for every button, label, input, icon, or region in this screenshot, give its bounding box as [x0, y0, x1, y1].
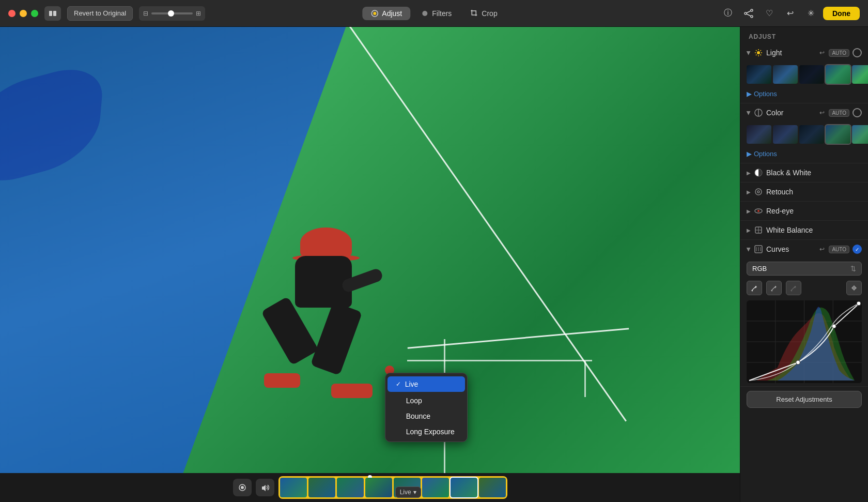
light-section-header[interactable]: ▶ Light ↩: [740, 43, 868, 62]
red-eye-section[interactable]: ▶ Red-eye: [740, 202, 868, 221]
chevron-right-small-icon: ▶: [747, 150, 752, 158]
curves-channel-select[interactable]: RGB ⇅: [747, 262, 862, 276]
minimize-button[interactable]: [20, 10, 27, 17]
svg-point-11: [241, 486, 244, 489]
share-button[interactable]: [740, 6, 757, 21]
light-auto-badge[interactable]: AUTO: [829, 49, 849, 57]
color-section: ▶ Color ↩ AUTO: [740, 103, 868, 163]
light-options-row: ▶ Options: [740, 87, 868, 103]
more-tools-button[interactable]: ✳: [802, 6, 819, 21]
done-button[interactable]: Done: [823, 7, 860, 20]
color-icon: [754, 108, 763, 117]
film-thumb-7[interactable]: [451, 478, 477, 497]
zoom-slider-container: ⊟ ⊞: [139, 6, 205, 21]
svg-rect-1: [53, 11, 56, 16]
retouch-chevron: ▶: [747, 189, 751, 195]
color-reset-button[interactable]: ↩: [818, 108, 826, 117]
eyedropper-mid-button[interactable]: [766, 281, 782, 295]
light-section: ▶ Light ↩: [740, 43, 868, 103]
svg-point-24: [755, 189, 762, 195]
color-thumb-5[interactable]: [852, 125, 868, 144]
color-chevron: ▶: [746, 111, 752, 115]
curves-graph[interactable]: [747, 300, 862, 383]
light-thumb-3[interactable]: [799, 65, 824, 84]
tab-crop[interactable]: Crop: [462, 7, 505, 20]
light-options-button[interactable]: ▶ Options: [747, 89, 777, 99]
light-chevron: ▶: [746, 51, 752, 55]
color-section-header[interactable]: ▶ Color ↩ AUTO: [740, 103, 868, 122]
zoom-in-icon: ⊞: [196, 10, 201, 17]
light-thumb-2[interactable]: [773, 65, 798, 84]
curves-reset-button[interactable]: ↩: [818, 245, 826, 254]
favorite-button[interactable]: ♡: [761, 6, 778, 21]
retouch-section[interactable]: ▶ Retouch: [740, 182, 868, 202]
revert-to-original-button[interactable]: Revert to Original: [67, 6, 133, 21]
redeye-chevron: ▶: [747, 208, 751, 214]
color-thumb-3[interactable]: [799, 125, 824, 144]
dropdown-item-live[interactable]: ✓ Live: [388, 376, 465, 392]
shoe-right: [331, 384, 373, 398]
dropdown-item-bounce[interactable]: Bounce: [385, 408, 467, 424]
photo-canvas[interactable]: ✓ Live Loop Bounce Long Exposure: [0, 27, 740, 473]
tab-adjust[interactable]: Adjust: [362, 7, 410, 20]
dropdown-item-long-exposure[interactable]: Long Exposure: [385, 424, 467, 439]
light-thumb-5[interactable]: [852, 65, 868, 84]
svg-point-12: [757, 51, 760, 54]
retouch-section-title: Retouch: [766, 188, 862, 196]
bottom-bar: Live ▾: [0, 473, 740, 502]
curves-section-actions: ↩ AUTO ✓: [818, 245, 862, 254]
color-options-button[interactable]: ▶ Options: [747, 149, 777, 159]
film-thumb-2[interactable]: [308, 478, 335, 497]
maximize-button[interactable]: [31, 10, 38, 17]
film-thumb-4[interactable]: [365, 478, 392, 497]
svg-line-8: [747, 11, 751, 13]
color-thumb-2[interactable]: [773, 125, 798, 144]
black-white-section[interactable]: ▶ Black & White: [740, 163, 868, 182]
curves-toggle[interactable]: ✓: [853, 245, 862, 254]
film-thumb-1[interactable]: [280, 478, 307, 497]
window-mode-icon[interactable]: [44, 6, 61, 21]
zoom-track[interactable]: [151, 12, 193, 14]
light-reset-button[interactable]: ↩: [818, 48, 826, 57]
light-toggle[interactable]: [853, 48, 862, 57]
adjust-header: ADJUST: [740, 27, 868, 43]
close-button[interactable]: [8, 10, 16, 17]
film-thumb-8[interactable]: [479, 478, 506, 497]
curves-tools: [740, 279, 868, 297]
info-button[interactable]: ⓘ: [720, 6, 736, 21]
color-thumb-4[interactable]: [826, 125, 850, 144]
film-thumb-3[interactable]: [337, 478, 364, 497]
color-thumb-1[interactable]: [747, 125, 771, 144]
light-thumb-1[interactable]: [747, 65, 771, 84]
dropdown-item-loop[interactable]: Loop: [385, 393, 467, 408]
eyedropper-black-button[interactable]: [747, 281, 762, 295]
curves-auto-badge[interactable]: AUTO: [829, 246, 849, 253]
bw-chevron: ▶: [747, 170, 751, 176]
curves-section-header[interactable]: ▶ Curves ↩ AUTO ✓: [740, 240, 868, 258]
light-icon: [754, 48, 763, 57]
color-toggle[interactable]: [853, 108, 862, 117]
light-thumb-4[interactable]: [826, 65, 850, 84]
svg-point-49: [857, 301, 861, 306]
redeye-icon: [754, 206, 763, 216]
rotate-button[interactable]: ↩: [782, 6, 798, 21]
playback-mode-dropdown: ✓ Live Loop Bounce Long Exposure: [385, 373, 468, 442]
svg-line-18: [761, 55, 762, 56]
svg-line-9: [747, 14, 751, 16]
reset-adjustments-button[interactable]: Reset Adjustments: [747, 391, 862, 408]
tab-filters[interactable]: Filters: [412, 7, 460, 20]
curves-channel-container: RGB ⇅: [747, 262, 862, 276]
film-thumb-6[interactable]: [422, 478, 449, 497]
volume-button[interactable]: [256, 479, 274, 496]
zoom-thumb[interactable]: [168, 10, 174, 17]
person-figure: [259, 227, 404, 393]
eyedropper-white-button[interactable]: [786, 281, 801, 295]
shoe-left: [264, 373, 300, 388]
white-balance-section[interactable]: ▶ White Balance: [740, 221, 868, 240]
live-mode-selector[interactable]: Live ▾: [395, 486, 421, 498]
play-button[interactable]: [233, 479, 252, 496]
target-button[interactable]: [846, 281, 862, 295]
color-auto-badge[interactable]: AUTO: [829, 109, 849, 117]
photo-background: [0, 27, 740, 473]
right-panel: ADJUST ▶: [740, 27, 868, 502]
